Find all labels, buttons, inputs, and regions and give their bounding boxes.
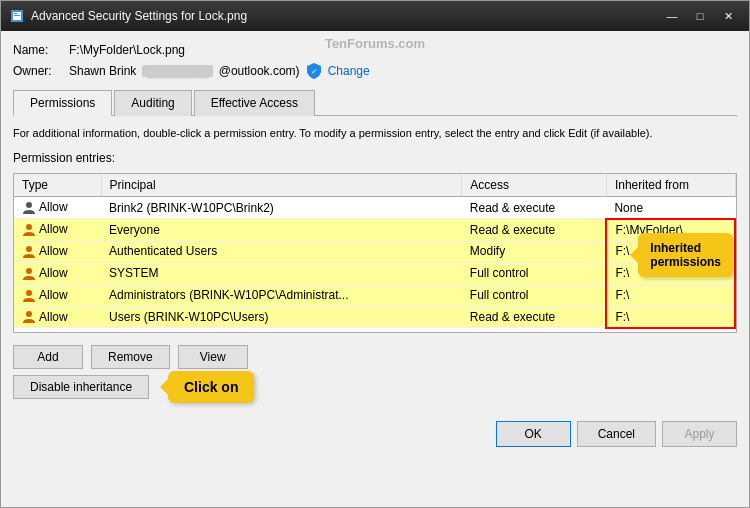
bottom-buttons: OK Cancel Apply <box>13 413 737 447</box>
cancel-button[interactable]: Cancel <box>577 421 656 447</box>
cell-principal: Users (BRINK-W10PC\Users) <box>101 306 462 328</box>
table-row[interactable]: AllowSYSTEMFull controlF:\ <box>14 262 735 284</box>
table-row[interactable]: AllowEveryoneRead & executeF:\MyFolder\ <box>14 219 735 241</box>
tab-effective-access[interactable]: Effective Access <box>194 90 315 116</box>
cell-access: Read & execute <box>462 219 607 241</box>
content-area: Name: F:\MyFolder\Lock.png Owner: Shawn … <box>1 31 749 507</box>
col-access: Access <box>462 174 607 197</box>
svg-point-7 <box>26 246 32 252</box>
apply-button[interactable]: Apply <box>662 421 737 447</box>
svg-rect-3 <box>14 13 17 14</box>
table-row[interactable]: AllowAuthenticated UsersModifyF:\ <box>14 241 735 263</box>
owner-label: Owner: <box>13 64 63 78</box>
cell-access: Full control <box>462 262 607 284</box>
maximize-button[interactable]: □ <box>687 6 713 26</box>
table-body: AllowBrink2 (BRINK-W10PC\Brink2)Read & e… <box>14 197 735 328</box>
add-button[interactable]: Add <box>13 345 83 369</box>
table-wrapper: Type Principal Access Inherited from All… <box>13 173 737 333</box>
inherited-bubble-line2: permissions <box>650 255 721 269</box>
shield-icon: ✓ <box>306 63 322 79</box>
window-controls: — □ ✕ <box>659 6 741 26</box>
col-type: Type <box>14 174 101 197</box>
cell-type: Allow <box>14 219 101 241</box>
close-button[interactable]: ✕ <box>715 6 741 26</box>
name-label: Name: <box>13 43 63 57</box>
name-value: F:\MyFolder\Lock.png <box>69 43 185 57</box>
cell-type: Allow <box>14 197 101 219</box>
svg-point-6 <box>26 224 32 230</box>
cell-principal: Brink2 (BRINK-W10PC\Brink2) <box>101 197 462 219</box>
owner-name: Shawn Brink <box>69 64 136 78</box>
tabs-container: Permissions Auditing Effective Access <box>13 89 737 116</box>
permissions-table: Type Principal Access Inherited from All… <box>14 174 736 328</box>
table-row[interactable]: AllowBrink2 (BRINK-W10PC\Brink2)Read & e… <box>14 197 735 219</box>
owner-email: @outlook.com) <box>219 64 300 78</box>
cell-access: Full control <box>462 284 607 306</box>
cell-inherited: F:\ <box>606 306 735 328</box>
description-text: For additional information, double-click… <box>13 126 737 141</box>
cell-inherited: F:\ <box>606 284 735 306</box>
cell-principal: Authenticated Users <box>101 241 462 263</box>
col-inherited: Inherited from <box>606 174 735 197</box>
minimize-button[interactable]: — <box>659 6 685 26</box>
remove-button[interactable]: Remove <box>91 345 170 369</box>
col-principal: Principal <box>101 174 462 197</box>
click-on-bubble: Click on <box>168 371 254 403</box>
table-row[interactable]: AllowAdministrators (BRINK-W10PC\Adminis… <box>14 284 735 306</box>
permission-entries-label: Permission entries: <box>13 151 737 165</box>
name-row: Name: F:\MyFolder\Lock.png <box>13 43 737 57</box>
cell-access: Modify <box>462 241 607 263</box>
cell-inherited: None <box>606 197 735 219</box>
svg-text:✓: ✓ <box>310 67 317 76</box>
tab-auditing[interactable]: Auditing <box>114 90 191 116</box>
window-icon <box>9 8 25 24</box>
cell-type: Allow <box>14 241 101 263</box>
cell-access: Read & execute <box>462 197 607 219</box>
view-button[interactable]: View <box>178 345 248 369</box>
svg-point-8 <box>26 268 32 274</box>
cell-principal: SYSTEM <box>101 262 462 284</box>
table-container: Type Principal Access Inherited from All… <box>13 173 737 333</box>
window-title: Advanced Security Settings for Lock.png <box>31 9 659 23</box>
main-window: Advanced Security Settings for Lock.png … <box>0 0 750 508</box>
svg-point-5 <box>26 202 32 208</box>
disable-inheritance-row: Disable inheritance Click on <box>13 375 737 399</box>
cell-principal: Administrators (BRINK-W10PC\Administrat.… <box>101 284 462 306</box>
svg-point-10 <box>26 311 32 317</box>
ok-button[interactable]: OK <box>496 421 571 447</box>
inherited-bubble-line1: Inherited <box>650 241 721 255</box>
tab-permissions[interactable]: Permissions <box>13 90 112 116</box>
owner-email-hidden: ████████ <box>142 65 212 77</box>
svg-point-9 <box>26 290 32 296</box>
action-buttons-row: Add Remove View <box>13 345 737 369</box>
cell-type: Allow <box>14 262 101 284</box>
table-header: Type Principal Access Inherited from <box>14 174 735 197</box>
cell-type: Allow <box>14 306 101 328</box>
svg-rect-2 <box>14 15 20 16</box>
cell-type: Allow <box>14 284 101 306</box>
title-bar: Advanced Security Settings for Lock.png … <box>1 1 749 31</box>
owner-row: Owner: Shawn Brink ████████ @outlook.com… <box>13 63 737 79</box>
cell-access: Read & execute <box>462 306 607 328</box>
table-row[interactable]: AllowUsers (BRINK-W10PC\Users)Read & exe… <box>14 306 735 328</box>
change-link[interactable]: Change <box>328 64 370 78</box>
cell-principal: Everyone <box>101 219 462 241</box>
inherited-bubble: Inherited permissions <box>638 233 733 277</box>
disable-inheritance-button[interactable]: Disable inheritance <box>13 375 149 399</box>
